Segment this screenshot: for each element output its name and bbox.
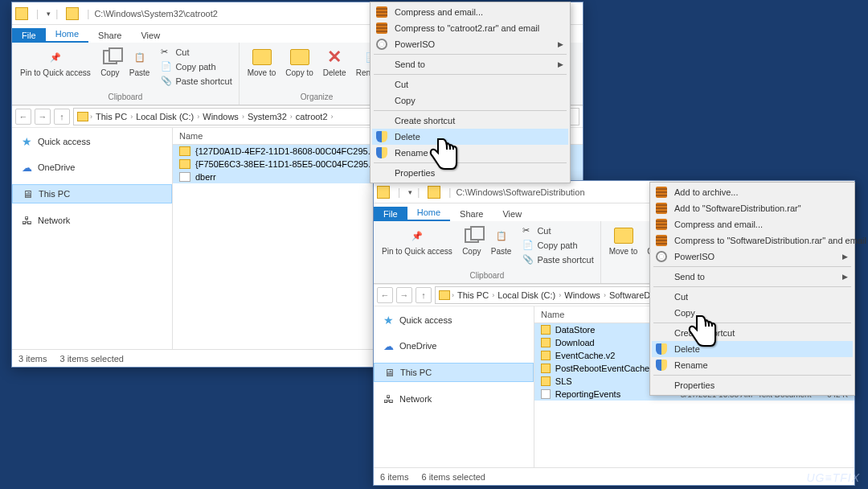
up-button[interactable]: ↑ — [54, 109, 70, 125]
folder-icon — [541, 351, 551, 360]
menu-item-rename[interactable]: Rename — [652, 357, 853, 373]
crumb-thispc[interactable]: This PC — [94, 112, 129, 121]
qat-dropdown-icon[interactable]: ▾ — [47, 10, 51, 18]
sidebar-item-network[interactable]: 🖧Network — [12, 212, 172, 229]
menu-item-compress-to-softwaredistribution-rar-and-email[interactable]: Compress to "SoftwareDistribution.rar" a… — [652, 232, 853, 249]
context-menu[interactable]: Compress and email...Compress to "catroo… — [370, 2, 571, 183]
forward-button[interactable]: → — [396, 287, 412, 303]
menu-item-compress-to-catroot2-rar-and-email[interactable]: Compress to "catroot2.rar" and email — [372, 20, 568, 36]
menu-separator — [374, 54, 567, 55]
copy-button[interactable]: Copy — [97, 46, 123, 79]
window-title: C:\Windows\SoftwareDistribution — [456, 187, 584, 197]
menu-item-poweriso[interactable]: PowerISO▶ — [372, 36, 568, 52]
menu-item-compress-and-email[interactable]: Compress and email... — [652, 216, 853, 232]
up-button[interactable]: ↑ — [416, 287, 432, 303]
copy-button[interactable]: Copy — [459, 224, 485, 257]
menu-item-delete[interactable]: Delete — [372, 129, 568, 145]
forward-button[interactable]: → — [35, 109, 51, 125]
delete-button[interactable]: ✕Delete — [320, 46, 350, 79]
sidebar-item-network[interactable]: 🖧Network — [374, 390, 534, 408]
menu-item-copy[interactable]: Copy — [372, 92, 568, 109]
folder-icon — [77, 112, 88, 121]
menu-item-delete[interactable]: Delete — [652, 341, 853, 357]
sidebar-item-onedrive[interactable]: ☁OneDrive — [374, 337, 534, 355]
sidebar-item-thispc[interactable]: 🖥This PC — [12, 184, 172, 203]
sidebar-item-quickaccess[interactable]: ★Quick access — [374, 311, 534, 329]
cut-button[interactable]: ✂Cut — [159, 46, 233, 59]
menu-item-label: PowerISO — [674, 252, 714, 261]
window-title: C:\Windows\System32\catroot2 — [94, 9, 217, 18]
tab-share[interactable]: Share — [450, 207, 493, 221]
qat-dropdown-icon[interactable]: ▾ — [408, 188, 412, 196]
tab-home[interactable]: Home — [46, 27, 88, 43]
menu-item-cut[interactable]: Cut — [652, 289, 853, 305]
menu-item-rename[interactable]: Rename — [372, 145, 568, 161]
pasteshortcut-button[interactable]: 📎Paste shortcut — [521, 253, 595, 266]
crumb-windows[interactable]: Windows — [201, 112, 240, 121]
paste-button[interactable]: 📋Paste — [126, 46, 154, 79]
tab-view[interactable]: View — [493, 207, 531, 221]
tab-view[interactable]: View — [131, 28, 170, 43]
statusbar: 6 items 6 items selected — [374, 467, 854, 485]
folder-icon — [541, 338, 551, 347]
menu-item-copy[interactable]: Copy — [652, 305, 853, 321]
crumb-catroot2[interactable]: catroot2 — [294, 112, 330, 121]
copyto-button[interactable]: Copy to — [282, 46, 316, 79]
crumb-drive[interactable]: Local Disk (C:) — [496, 290, 557, 300]
moveto-button[interactable]: Move to — [606, 224, 641, 257]
submenu-arrow-icon: ▶ — [842, 253, 848, 261]
submenu-arrow-icon: ▶ — [558, 60, 563, 68]
menu-item-poweriso[interactable]: PowerISO▶ — [652, 249, 853, 265]
copypath-button[interactable]: 📄Copy path — [521, 239, 595, 252]
menu-item-label: Properties — [395, 168, 435, 178]
folder-icon — [377, 186, 390, 199]
pasteshortcut-button[interactable]: 📎Paste shortcut — [159, 75, 233, 88]
group-label-organize: Organize — [244, 92, 390, 101]
menu-item-label: Create shortcut — [395, 116, 455, 125]
menu-item-add-to-softwaredistribution-rar[interactable]: Add to "SoftwareDistribution.rar" — [652, 200, 853, 216]
file-icon — [179, 172, 190, 182]
menu-item-send-to[interactable]: Send to▶ — [372, 56, 568, 72]
disc-icon — [375, 38, 388, 51]
tab-file[interactable]: File — [374, 207, 407, 221]
back-button[interactable]: ← — [377, 287, 393, 303]
menu-item-cut[interactable]: Cut — [372, 76, 568, 92]
sidebar-item-quickaccess[interactable]: ★Quick access — [12, 133, 172, 150]
cut-button[interactable]: ✂Cut — [521, 224, 595, 237]
tab-share[interactable]: Share — [88, 28, 131, 43]
folder-icon — [439, 290, 450, 300]
menu-item-label: Add to archive... — [674, 187, 739, 197]
sidebar-item-onedrive[interactable]: ☁OneDrive — [12, 158, 172, 176]
crumb-thispc[interactable]: This PC — [456, 290, 490, 300]
archive-icon — [655, 218, 668, 231]
crumb-system32[interactable]: System32 — [246, 112, 289, 121]
context-menu[interactable]: Add to archive...Add to "SoftwareDistrib… — [649, 182, 855, 396]
archive-icon — [375, 6, 388, 18]
crumb-drive[interactable]: Local Disk (C:) — [134, 112, 195, 121]
sidebar-item-thispc[interactable]: 🖥This PC — [374, 363, 534, 382]
menu-item-send-to[interactable]: Send to▶ — [652, 269, 853, 285]
crumb-windows[interactable]: Windows — [563, 290, 602, 300]
menu-item-create-shortcut[interactable]: Create shortcut — [652, 325, 853, 341]
moveto-button[interactable]: Move to — [244, 46, 280, 79]
menu-item-properties[interactable]: Properties — [372, 165, 568, 181]
pin-button[interactable]: 📌Pin to Quick access — [379, 224, 456, 257]
menu-item-label: Compress to "SoftwareDistribution.rar" a… — [674, 236, 866, 245]
paste-button[interactable]: 📋Paste — [488, 224, 515, 257]
menu-separator — [374, 74, 567, 75]
disc-icon — [655, 250, 668, 263]
tab-file[interactable]: File — [12, 28, 46, 43]
menu-separator — [653, 286, 851, 287]
menu-item-properties[interactable]: Properties — [652, 377, 853, 393]
menu-item-compress-and-email[interactable]: Compress and email... — [372, 4, 568, 20]
file-icon — [541, 389, 551, 399]
copypath-button[interactable]: 📄Copy path — [159, 60, 233, 73]
back-button[interactable]: ← — [15, 109, 31, 125]
pin-button[interactable]: 📌Pin to Quick access — [17, 46, 94, 79]
menu-item-add-to-archive[interactable]: Add to archive... — [652, 184, 853, 200]
menu-item-label: Compress and email... — [395, 7, 483, 17]
folder-icon — [66, 7, 79, 20]
folder-icon — [15, 7, 28, 20]
menu-item-create-shortcut[interactable]: Create shortcut — [372, 113, 568, 129]
tab-home[interactable]: Home — [407, 205, 450, 221]
